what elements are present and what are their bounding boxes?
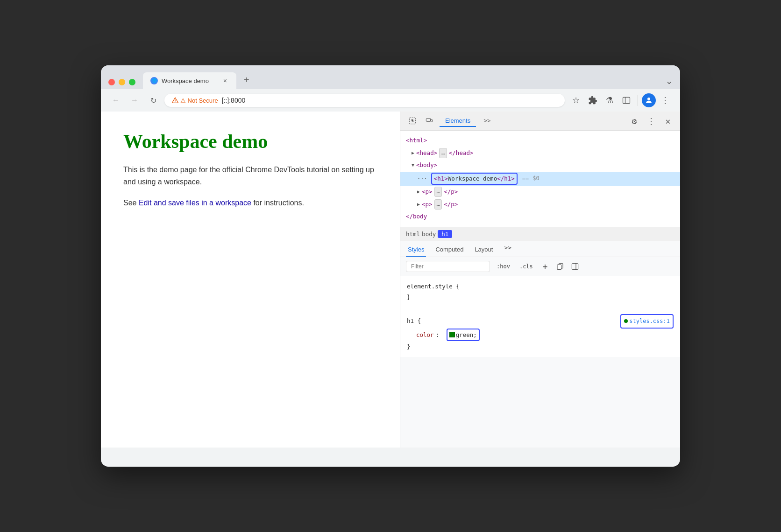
head-close-tag: </head> — [449, 148, 474, 159]
tab-layout[interactable]: Layout — [473, 244, 495, 257]
toggle-sidebar-button[interactable] — [569, 261, 581, 272]
nav-divider — [638, 95, 638, 106]
new-tab-button[interactable]: + — [238, 71, 255, 89]
lab-button[interactable]: ⚗ — [602, 93, 617, 108]
dom-html-line[interactable]: <html> — [400, 134, 680, 147]
h1-content: Workspace demo — [448, 174, 497, 184]
title-bar: 🌐 Workspace demo × + ⌄ — [101, 65, 680, 89]
add-style-button[interactable]: + — [540, 261, 551, 272]
source-dot — [624, 319, 628, 323]
p2-close-tag: </p> — [444, 199, 458, 210]
dom-p2-line[interactable]: ▶ <p> … </p> — [400, 198, 680, 211]
bookmark-button[interactable]: ☆ — [568, 93, 583, 108]
h1-open-tag: <h1> — [434, 174, 448, 184]
body-arrow[interactable]: ▼ — [412, 161, 414, 169]
p1-ellipsis[interactable]: … — [434, 187, 442, 197]
h1-closing-brace: } — [407, 343, 411, 350]
nav-bar: ← → ↻ ⚠ Not Secure [::]:8000 ☆ ⚗ — [101, 89, 680, 112]
p2-arrow[interactable]: ▶ — [417, 200, 420, 209]
head-ellipsis[interactable]: … — [439, 148, 447, 158]
sidebar-button[interactable] — [619, 93, 634, 108]
browser-window: 🌐 Workspace demo × + ⌄ ← → ↻ ⚠ Not Secur… — [101, 65, 680, 467]
sidebar-icon — [622, 96, 631, 105]
tab-styles[interactable]: Styles — [406, 244, 426, 257]
filter-bar: :hov .cls + — [400, 257, 680, 276]
tab-close-button[interactable]: × — [221, 76, 229, 85]
close-button[interactable] — [108, 79, 115, 85]
forward-button[interactable]: → — [127, 93, 142, 108]
nav-actions: ☆ ⚗ ⋮ — [568, 93, 673, 108]
device-icon — [426, 117, 433, 125]
active-tab[interactable]: 🌐 Workspace demo × — [143, 72, 236, 89]
color-colon: : — [436, 329, 440, 341]
styles-panel: Styles Computed Layout >> :hov .cls + — [400, 241, 680, 448]
page-body: This is the demo page for the official C… — [123, 164, 377, 188]
devtools-menu-button[interactable]: ⋮ — [645, 114, 658, 127]
equal-sign: == — [522, 174, 529, 184]
cut-off-indicator: </body — [400, 210, 680, 223]
profile-button[interactable] — [642, 93, 656, 107]
maximize-button[interactable] — [129, 79, 135, 85]
filter-input[interactable] — [406, 261, 490, 272]
back-button[interactable]: ← — [108, 93, 123, 108]
head-arrow[interactable]: ▶ — [412, 149, 414, 157]
color-prop: color — [416, 329, 434, 341]
svg-rect-6 — [426, 119, 430, 122]
page-heading: Workspace demo — [123, 130, 377, 153]
reload-button[interactable]: ↻ — [146, 93, 161, 108]
tab-favicon: 🌐 — [150, 77, 158, 84]
breadcrumb-html[interactable]: html — [406, 231, 420, 238]
color-property-line: color : green; — [407, 329, 674, 342]
dollar-zero: $0 — [532, 174, 539, 184]
warning-icon — [172, 97, 178, 104]
tab-dropdown-button[interactable]: ⌄ — [666, 76, 673, 86]
breadcrumb-bar: html body h1 — [400, 227, 680, 241]
svg-rect-2 — [623, 97, 630, 103]
p1-arrow[interactable]: ▶ — [417, 188, 420, 196]
p2-ellipsis[interactable]: … — [434, 199, 442, 210]
color-swatch[interactable] — [449, 332, 455, 337]
dom-p1-line[interactable]: ▶ <p> … </p> — [400, 186, 680, 198]
inspect-element-button[interactable] — [406, 114, 419, 127]
tabs-row: 🌐 Workspace demo × + ⌄ — [143, 71, 673, 89]
element-style-selector-text: element.style { — [407, 283, 460, 290]
devtools-settings-button[interactable]: ⚙ — [628, 114, 641, 127]
tab-elements[interactable]: Elements — [440, 115, 476, 127]
profile-icon — [645, 96, 653, 105]
dom-head-line[interactable]: ▶ <head> … </head> — [400, 147, 680, 160]
element-style-rule: element.style { } — [407, 281, 674, 303]
device-toolbar-button[interactable] — [423, 114, 436, 127]
breadcrumb-h1[interactable]: h1 — [438, 230, 452, 238]
breadcrumb-body[interactable]: body — [422, 231, 436, 238]
browser-menu-button[interactable]: ⋮ — [658, 93, 673, 108]
styles-more-tabs[interactable]: >> — [504, 244, 511, 257]
copy-icon — [556, 263, 564, 270]
content-area: Workspace demo This is the demo page for… — [101, 112, 680, 448]
devtools-close-button[interactable]: ✕ — [661, 114, 674, 127]
h1-rule: h1 { styles.css:1 color : — [407, 314, 674, 352]
dom-h1-line[interactable]: ··· <h1>Workspace demo</h1> == $0 — [400, 172, 680, 186]
page-link-paragraph: See Edit and save files in a workspace f… — [123, 197, 377, 209]
tab-computed[interactable]: Computed — [433, 244, 465, 257]
h1-selector: h1 { — [407, 315, 421, 327]
copy-style-button[interactable] — [554, 261, 566, 272]
link-post-text: for instructions. — [251, 199, 304, 207]
cls-button[interactable]: .cls — [517, 262, 536, 271]
body-tag: <body> — [416, 160, 437, 171]
workspace-link[interactable]: Edit and save files in a workspace — [139, 199, 251, 207]
extension-button[interactable] — [585, 93, 600, 108]
minimize-button[interactable] — [119, 79, 125, 85]
dom-body-line[interactable]: ▼ <body> — [400, 159, 680, 172]
element-style-closing: } — [407, 292, 674, 303]
address-bar[interactable]: ⚠ Not Secure [::]:8000 — [164, 94, 565, 107]
p1-tag: <p> — [422, 187, 433, 197]
url-text: [::]:8000 — [222, 97, 246, 104]
source-link[interactable]: styles.css:1 — [620, 314, 674, 329]
element-style-closing-brace: } — [407, 294, 411, 301]
link-pre-text: See — [123, 199, 139, 207]
svg-rect-7 — [431, 119, 432, 122]
body-cutoff-tag: </body — [406, 211, 427, 222]
hov-button[interactable]: :hov — [494, 262, 513, 271]
devtools-more-tabs[interactable]: >> — [478, 115, 496, 127]
tab-title: Workspace demo — [162, 77, 218, 84]
